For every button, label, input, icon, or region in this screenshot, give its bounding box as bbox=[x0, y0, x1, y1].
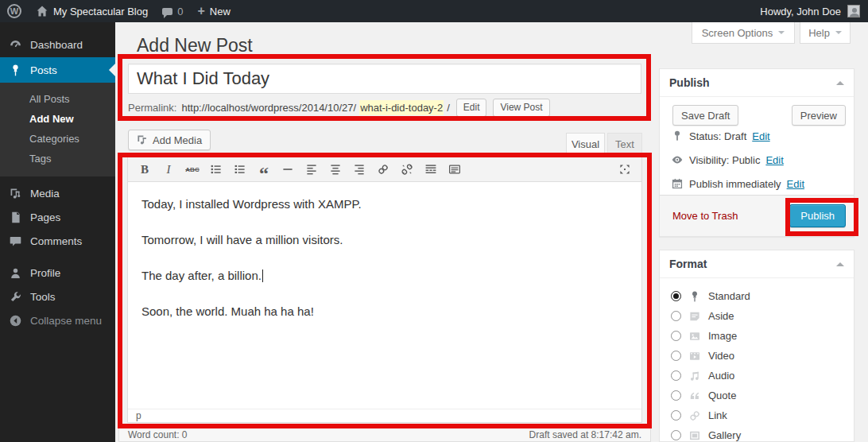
add-media-button[interactable]: Add Media bbox=[128, 130, 211, 150]
collapse-toggle-icon[interactable] bbox=[836, 77, 844, 85]
collapse-toggle-icon[interactable] bbox=[836, 258, 844, 266]
editor-status-bar: Word count: 0 Draft saved at 8:17:42 am. bbox=[118, 428, 651, 442]
screen-options-tab[interactable]: Screen Options bbox=[692, 22, 795, 44]
sidebar-item-dashboard[interactable]: Dashboard bbox=[0, 32, 115, 57]
publish-button[interactable]: Publish bbox=[789, 204, 846, 227]
blockquote-icon: “ bbox=[259, 169, 269, 177]
media-icon bbox=[9, 187, 22, 200]
align-left-button[interactable] bbox=[301, 160, 322, 179]
site-name: My Spectacular Blog bbox=[53, 6, 148, 17]
blockquote-button[interactable]: “ bbox=[254, 160, 274, 179]
format-option-standard[interactable]: Standard bbox=[660, 286, 854, 306]
numbered-list-button[interactable] bbox=[230, 160, 250, 179]
bold-button[interactable]: B bbox=[134, 160, 155, 179]
distraction-free-button[interactable] bbox=[614, 160, 635, 179]
sidebar-label: Tools bbox=[30, 291, 56, 303]
wordpress-menu[interactable]: W bbox=[0, 0, 29, 22]
sidebar-item-all-posts[interactable]: All Posts bbox=[0, 89, 115, 109]
site-name-link[interactable]: My Spectacular Blog bbox=[29, 0, 155, 22]
draft-saved-status: Draft saved at 8:17:42 am. bbox=[529, 429, 641, 440]
edit-status-link[interactable]: Edit bbox=[752, 130, 769, 142]
format-option-video[interactable]: Video bbox=[660, 346, 854, 366]
permalink-label: Permalink: bbox=[128, 102, 176, 114]
align-center-button[interactable] bbox=[325, 160, 346, 179]
sidebar-item-categories[interactable]: Categories bbox=[0, 129, 115, 149]
howdy-menu[interactable]: Howdy, John Doe bbox=[760, 0, 841, 22]
numbered-list-icon bbox=[234, 163, 246, 176]
sidebar-label: Profile bbox=[30, 267, 60, 279]
format-label: Image bbox=[708, 330, 737, 342]
edit-schedule-link[interactable]: Edit bbox=[787, 178, 804, 190]
sidebar-item-posts[interactable]: Posts bbox=[0, 57, 115, 83]
save-draft-button[interactable]: Save Draft bbox=[672, 105, 738, 126]
sidebar-item-tags[interactable]: Tags bbox=[0, 149, 115, 169]
submenu-label: All Posts bbox=[29, 93, 70, 105]
permalink-edit-button[interactable]: Edit bbox=[456, 99, 487, 117]
link-icon bbox=[688, 409, 701, 422]
radio[interactable] bbox=[671, 331, 681, 341]
edit-visibility-link[interactable]: Edit bbox=[765, 154, 783, 166]
editor-paragraph: Today, I installed Wordpress with XAMPP. bbox=[141, 195, 628, 214]
admin-bar-new[interactable]: + New bbox=[190, 0, 237, 22]
sidebar-item-pages[interactable]: Pages bbox=[0, 205, 115, 229]
sidebar-item-add-new[interactable]: Add New bbox=[0, 109, 115, 129]
publishing-actions: Move to Trash Publish bbox=[660, 195, 854, 236]
sidebar-item-comments[interactable]: Comments bbox=[0, 229, 115, 253]
help-tab[interactable]: Help bbox=[800, 22, 851, 44]
toolbar-toggle-icon bbox=[448, 163, 461, 176]
align-right-button[interactable] bbox=[349, 160, 370, 179]
toolbar-toggle-button[interactable] bbox=[444, 160, 465, 179]
radio[interactable] bbox=[671, 410, 681, 421]
sidebar-item-profile[interactable]: Profile bbox=[0, 261, 115, 285]
help-label: Help bbox=[808, 27, 830, 39]
format-box-header[interactable]: Format bbox=[660, 250, 854, 278]
text-tab[interactable]: Text bbox=[607, 133, 642, 154]
sidebar-item-tools[interactable]: Tools bbox=[0, 285, 115, 308]
element-path-label[interactable]: p bbox=[136, 410, 141, 421]
publish-box-header[interactable]: Publish bbox=[660, 69, 854, 97]
sidebar-label: Pages bbox=[30, 211, 60, 223]
move-to-trash-link[interactable]: Move to Trash bbox=[672, 210, 738, 222]
insert-link-button[interactable] bbox=[373, 160, 393, 179]
radio[interactable] bbox=[671, 430, 681, 440]
radio-selected[interactable] bbox=[671, 291, 681, 301]
format-label: Aside bbox=[708, 310, 734, 322]
remove-link-button[interactable] bbox=[397, 160, 417, 179]
format-option-quote[interactable]: Quote bbox=[660, 386, 854, 405]
radio[interactable] bbox=[671, 370, 681, 381]
visual-tab[interactable]: Visual bbox=[566, 133, 605, 154]
admin-bar-comments[interactable]: 0 bbox=[155, 0, 190, 22]
format-label: Audio bbox=[708, 370, 734, 382]
view-post-button[interactable]: View Post bbox=[493, 99, 549, 117]
horizontal-rule-button[interactable] bbox=[277, 160, 298, 179]
submenu-label: Add New bbox=[29, 113, 74, 125]
permalink-suffix: / bbox=[447, 102, 450, 114]
status-row: Status: Draft Edit bbox=[671, 130, 770, 142]
italic-button[interactable]: I bbox=[158, 160, 179, 179]
preview-button[interactable]: Preview bbox=[792, 105, 846, 126]
profile-icon bbox=[9, 266, 22, 280]
format-option-audio[interactable]: Audio bbox=[660, 366, 854, 386]
format-option-aside[interactable]: Aside bbox=[660, 306, 854, 326]
bulleted-list-button[interactable] bbox=[206, 160, 227, 179]
sidebar-item-media[interactable]: Media bbox=[0, 181, 115, 205]
posts-submenu: All Posts Add New Categories Tags bbox=[0, 83, 115, 176]
publish-box-title: Publish bbox=[669, 76, 710, 89]
radio[interactable] bbox=[671, 390, 681, 401]
radio[interactable] bbox=[671, 311, 681, 321]
post-title-input[interactable] bbox=[128, 64, 641, 94]
insert-more-tag-button[interactable] bbox=[420, 160, 441, 179]
format-option-link[interactable]: Link bbox=[660, 405, 854, 425]
text-tab-label: Text bbox=[615, 138, 634, 150]
chevron-down-icon bbox=[835, 31, 842, 37]
bulleted-list-icon bbox=[210, 163, 223, 176]
avatar[interactable] bbox=[847, 5, 860, 17]
format-option-image[interactable]: Image bbox=[660, 326, 854, 346]
sidebar-item-collapse-menu[interactable]: Collapse menu bbox=[0, 308, 115, 332]
editor-content[interactable]: Today, I installed Wordpress with XAMPP.… bbox=[128, 182, 641, 409]
strikethrough-button[interactable]: ABC bbox=[182, 160, 203, 179]
format-option-gallery[interactable]: Gallery bbox=[660, 425, 854, 442]
radio[interactable] bbox=[671, 351, 681, 361]
sidebar-separator bbox=[0, 253, 115, 261]
sidebar-label: Comments bbox=[30, 235, 82, 247]
